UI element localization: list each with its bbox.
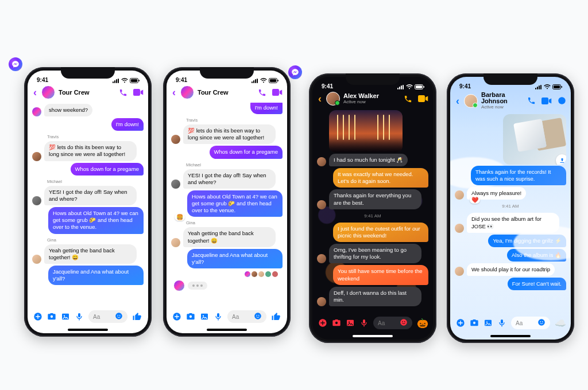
call-icon[interactable] (404, 95, 412, 103)
emoji-icon[interactable] (537, 318, 546, 327)
svg-rect-25 (416, 85, 422, 88)
message-list[interactable]: show weekend? I'm down! Travis 💯 lets do… (28, 103, 148, 307)
svg-rect-45 (501, 319, 503, 323)
chat-header: ‹ Barbara Johnson Active now (450, 89, 571, 113)
message-out: I'm down! (32, 118, 144, 131)
chat-header: ‹ Tour Crew (167, 83, 287, 103)
add-icon[interactable] (33, 312, 42, 321)
chat-avatar[interactable] (180, 85, 194, 99)
call-icon[interactable] (119, 88, 127, 97)
home-indicator (207, 329, 247, 331)
message-input[interactable]: Aa (373, 317, 412, 329)
message-list[interactable]: Thanks again for the records! It was suc… (450, 113, 571, 313)
message-input[interactable]: Aa (227, 310, 266, 323)
bubble: I'm down! (250, 103, 283, 114)
emoji-icon[interactable] (115, 312, 123, 321)
sender-name: Gina (47, 237, 144, 243)
messenger-logo-icon (9, 57, 22, 71)
add-icon[interactable] (456, 318, 465, 327)
add-icon[interactable] (318, 318, 327, 327)
mic-icon[interactable] (75, 312, 84, 321)
message-list[interactable]: I had so much fun tonight 🥂 It was exact… (312, 109, 433, 313)
bubble: You still have some time before the week… (333, 265, 428, 284)
video-icon[interactable] (418, 95, 428, 102)
message-list[interactable]: I'm down! Travis 💯 lets do this its been… (167, 103, 287, 307)
svg-point-29 (335, 322, 338, 324)
message-in: Thanks again for everything you are the … (317, 189, 428, 209)
gallery-icon[interactable] (346, 318, 355, 327)
video-icon[interactable] (541, 98, 552, 104)
like-icon[interactable]: ☁️ (555, 318, 565, 328)
message-out: Also the album is 🔥 (455, 249, 566, 262)
sender-avatar (455, 190, 464, 200)
svg-point-40 (558, 97, 566, 104)
screen: 9:41 ‹ Barbara Johnson Active now (450, 77, 571, 340)
chat-title[interactable]: Barbara Johnson (481, 92, 524, 104)
video-icon[interactable] (272, 89, 283, 96)
phone-mock-2: 9:41 ‹ Tour Crew (163, 67, 291, 337)
image-attachment[interactable] (503, 114, 566, 165)
chat-avatar[interactable] (326, 92, 340, 106)
camera-icon[interactable] (47, 312, 56, 321)
like-icon[interactable] (271, 311, 281, 322)
reaction-icon[interactable]: ❤️ (470, 196, 480, 204)
status-icons (397, 84, 425, 89)
svg-point-21 (254, 313, 261, 319)
gallery-icon[interactable] (200, 312, 209, 321)
camera-icon[interactable] (470, 318, 479, 327)
message-input[interactable]: Aa (511, 317, 550, 329)
svg-rect-15 (272, 89, 279, 96)
call-icon[interactable] (527, 96, 536, 105)
svg-rect-2 (139, 80, 140, 81)
status-icons (252, 78, 279, 83)
chat-title[interactable]: Tour Crew (198, 89, 229, 96)
back-icon[interactable]: ‹ (32, 87, 38, 98)
chat-title[interactable]: Alex Walker (343, 93, 379, 99)
chat-avatar[interactable] (41, 85, 55, 99)
status-time: 9:41 (37, 77, 48, 83)
chat-avatar[interactable] (464, 94, 478, 108)
sender-name: Michael (47, 179, 144, 184)
gallery-icon[interactable] (61, 312, 70, 321)
seen-avatar (245, 271, 250, 277)
message-in: Yeah getting the band back together! 😄 (32, 244, 144, 264)
sender-avatar (171, 135, 180, 144)
camera-icon[interactable] (186, 312, 195, 321)
add-icon[interactable] (172, 312, 181, 321)
sender-name: Travis (47, 134, 144, 139)
sender-avatar (32, 255, 41, 264)
call-icon[interactable] (258, 88, 266, 97)
reaction-icon[interactable]: 🍔 (175, 213, 185, 221)
seen-indicators (171, 270, 283, 277)
chat-title[interactable]: Tour Crew (59, 89, 90, 96)
svg-point-47 (540, 321, 541, 322)
camera-icon[interactable] (332, 318, 341, 327)
battery-icon (130, 78, 140, 83)
share-icon[interactable] (556, 154, 566, 165)
video-icon[interactable] (133, 89, 144, 96)
svg-point-19 (203, 315, 204, 317)
image-attachment[interactable] (329, 110, 403, 153)
back-icon[interactable]: ‹ (317, 93, 323, 104)
mic-icon[interactable] (359, 318, 369, 327)
composer: Aa 🎃 (312, 313, 433, 335)
bubble: I'm down! (111, 118, 144, 131)
sender-avatar (32, 107, 41, 116)
status-time: 9:41 (322, 83, 333, 89)
mic-icon[interactable] (497, 318, 506, 327)
like-icon[interactable] (132, 311, 142, 322)
back-icon[interactable]: ‹ (171, 87, 177, 98)
seen-avatar (258, 271, 264, 277)
message-input[interactable]: Aa (88, 310, 127, 323)
emoji-icon[interactable] (400, 318, 408, 327)
info-icon[interactable] (558, 96, 566, 105)
gallery-icon[interactable] (483, 318, 493, 327)
emoji-icon[interactable] (254, 312, 262, 321)
like-icon[interactable]: 🎃 (417, 318, 427, 328)
sender-avatar (32, 196, 41, 205)
mic-icon[interactable] (214, 312, 223, 321)
chat-header: ‹ Alex Walker Active now (312, 89, 433, 109)
svg-rect-3 (133, 89, 140, 96)
svg-point-9 (115, 313, 122, 319)
back-icon[interactable]: ‹ (455, 96, 461, 106)
